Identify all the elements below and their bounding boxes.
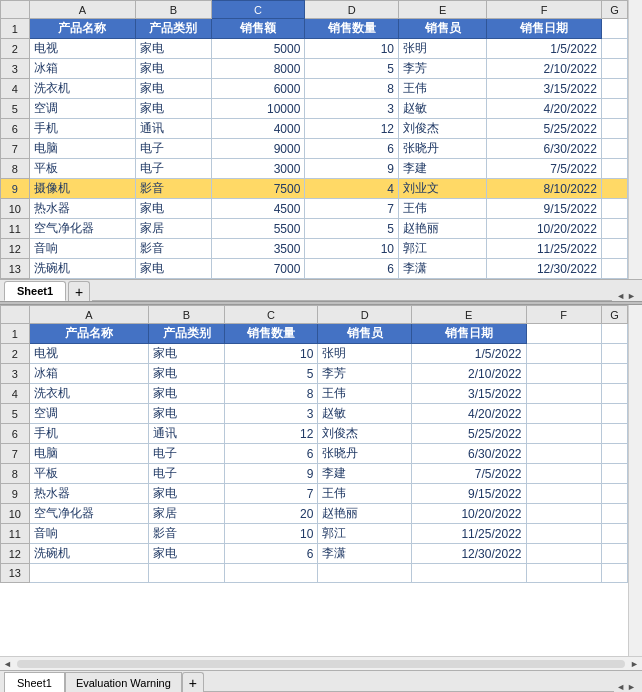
cell-e[interactable]: 郭江	[399, 239, 487, 259]
cell-a[interactable]: 电视	[29, 39, 136, 59]
cell-e[interactable]: 张晓丹	[399, 139, 487, 159]
cell-a[interactable]: 手机	[29, 424, 149, 444]
row-num[interactable]: 10	[1, 199, 30, 219]
cell-f[interactable]	[526, 344, 601, 364]
cell-c[interactable]: 9	[224, 464, 318, 484]
cell-g[interactable]	[601, 364, 627, 384]
row-num[interactable]: 3	[1, 364, 30, 384]
row-num[interactable]: 10	[1, 504, 30, 524]
row-num[interactable]: 7	[1, 444, 30, 464]
cell-b[interactable]: 家电	[149, 344, 224, 364]
cell-a[interactable]: 平板	[29, 159, 136, 179]
row-num[interactable]: 4	[1, 79, 30, 99]
cell-f[interactable]: 12/30/2022	[487, 259, 601, 279]
cell-e[interactable]: 7/5/2022	[412, 464, 526, 484]
cell-a[interactable]: 平板	[29, 464, 149, 484]
cell-d[interactable]: 9	[305, 159, 399, 179]
cell-b[interactable]: 家电	[136, 199, 211, 219]
cell-d[interactable]: 赵艳丽	[318, 504, 412, 524]
cell-a[interactable]: 摄像机	[29, 179, 136, 199]
cell-b[interactable]: 电子	[136, 159, 211, 179]
cell-a[interactable]: 热水器	[29, 199, 136, 219]
cell-d[interactable]: 李潇	[318, 544, 412, 564]
cell-e[interactable]: 李建	[399, 159, 487, 179]
cell-c[interactable]: 8	[224, 384, 318, 404]
cell-a[interactable]: 洗碗机	[29, 259, 136, 279]
cell-c[interactable]: 6	[224, 444, 318, 464]
cell-c[interactable]: 3500	[211, 239, 305, 259]
cell-f[interactable]	[526, 464, 601, 484]
cell-c[interactable]: 5000	[211, 39, 305, 59]
cell-d[interactable]: 5	[305, 59, 399, 79]
cell-d[interactable]: 12	[305, 119, 399, 139]
cell-c[interactable]: 10	[224, 524, 318, 544]
cell-c[interactable]: 6000	[211, 79, 305, 99]
cell-f[interactable]	[526, 384, 601, 404]
cell-e[interactable]: 赵敏	[399, 99, 487, 119]
cell-d[interactable]: 6	[305, 139, 399, 159]
cell-a[interactable]: 洗碗机	[29, 544, 149, 564]
top-right-scrollbar[interactable]	[628, 0, 642, 279]
cell-f[interactable]	[526, 364, 601, 384]
cell-a[interactable]: 电脑	[29, 444, 149, 464]
row-num[interactable]: 13	[1, 259, 30, 279]
cell-g[interactable]	[601, 424, 627, 444]
cell-g[interactable]	[601, 344, 627, 364]
tab-evaluation-warning[interactable]: Evaluation Warning	[65, 672, 182, 692]
row-num[interactable]: 7	[1, 139, 30, 159]
cell-b[interactable]: 家电	[149, 544, 224, 564]
cell-e[interactable]: 刘业文	[399, 179, 487, 199]
bottom-col-header-d[interactable]: D	[318, 306, 412, 324]
cell-f[interactable]: 10/20/2022	[487, 219, 601, 239]
cell-g[interactable]	[601, 404, 627, 424]
row-num[interactable]: 12	[1, 239, 30, 259]
cell-c[interactable]: 6	[224, 544, 318, 564]
cell-e[interactable]: 10/20/2022	[412, 504, 526, 524]
cell-g[interactable]	[601, 484, 627, 504]
cell-d[interactable]: 李芳	[318, 364, 412, 384]
cell-e[interactable]: 12/30/2022	[412, 544, 526, 564]
hscroll-right-btn[interactable]: ►	[627, 659, 642, 669]
row-num[interactable]: 6	[1, 119, 30, 139]
row-num[interactable]: 2	[1, 344, 30, 364]
cell-g[interactable]	[601, 544, 627, 564]
cell-f[interactable]: 2/10/2022	[487, 59, 601, 79]
cell-b[interactable]: 家电	[136, 99, 211, 119]
cell-c[interactable]	[224, 564, 318, 583]
cell-f[interactable]	[526, 544, 601, 564]
cell-d[interactable]: 王伟	[318, 384, 412, 404]
cell-d[interactable]: 8	[305, 79, 399, 99]
cell-b[interactable]: 影音	[136, 239, 211, 259]
cell-d[interactable]: 郭江	[318, 524, 412, 544]
cell-c[interactable]: 12	[224, 424, 318, 444]
bottom-col-header-a[interactable]: A	[29, 306, 149, 324]
cell-g[interactable]	[601, 239, 627, 259]
cell-e[interactable]: 王伟	[399, 199, 487, 219]
scroll-right-bottom[interactable]: ►	[627, 682, 636, 692]
col-header-b[interactable]: B	[136, 1, 211, 19]
cell-f[interactable]: 5/25/2022	[487, 119, 601, 139]
cell-g[interactable]	[601, 179, 627, 199]
hscroll-track[interactable]	[17, 660, 625, 668]
scroll-right-top[interactable]: ►	[627, 291, 636, 301]
bottom-col-header-g[interactable]: G	[601, 306, 627, 324]
cell-f[interactable]	[526, 444, 601, 464]
cell-a[interactable]: 电脑	[29, 139, 136, 159]
cell-a[interactable]: 洗衣机	[29, 79, 136, 99]
cell-c[interactable]: 10000	[211, 99, 305, 119]
row-num[interactable]: 11	[1, 524, 30, 544]
cell-g[interactable]	[601, 564, 627, 583]
row-num[interactable]: 9	[1, 484, 30, 504]
cell-e[interactable]: 张明	[399, 39, 487, 59]
row-num[interactable]: 13	[1, 564, 30, 583]
col-header-c[interactable]: C	[211, 1, 305, 19]
cell-c[interactable]: 4500	[211, 199, 305, 219]
cell-g[interactable]	[601, 444, 627, 464]
cell-c[interactable]: 3	[224, 404, 318, 424]
cell-c[interactable]: 3000	[211, 159, 305, 179]
bottom-right-scrollbar[interactable]	[628, 305, 642, 656]
cell-a[interactable]: 空调	[29, 404, 149, 424]
cell-d[interactable]: 李建	[318, 464, 412, 484]
cell-a[interactable]: 热水器	[29, 484, 149, 504]
cell-f[interactable]: 7/5/2022	[487, 159, 601, 179]
